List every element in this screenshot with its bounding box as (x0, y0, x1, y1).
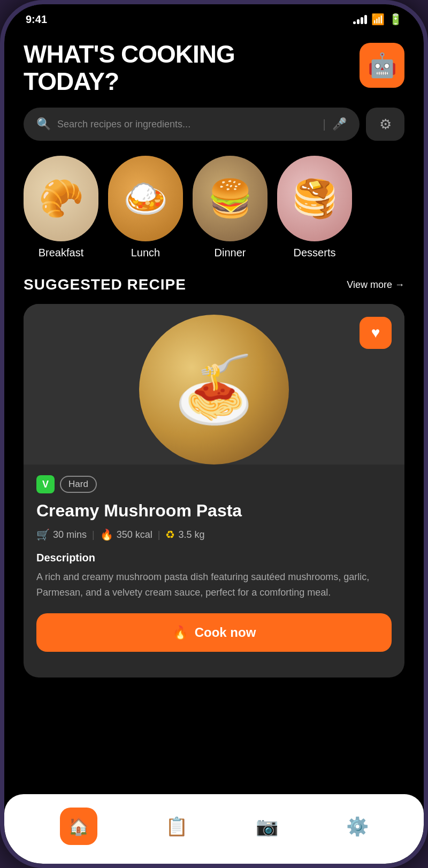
category-label-breakfast: Breakfast (39, 247, 83, 259)
main-content: WHAT'S COOKINGTODAY? 🤖 🔍 Search recipes … (4, 30, 424, 820)
time-icon: 🛒 (36, 528, 50, 541)
meta-sep-2: | (158, 529, 160, 540)
recipe-name: Creamy Mushroom Pasta (36, 501, 392, 521)
vegetarian-badge: V (36, 475, 55, 493)
settings-icon: ⚙️ (346, 816, 369, 837)
filter-icon: ⚙ (379, 116, 392, 133)
time-value: 30 mins (53, 529, 87, 540)
co2-value: 3.5 kg (178, 529, 204, 540)
search-bar[interactable]: 🔍 Search recipes or ingredients... | 🎤 (24, 108, 360, 141)
category-label-lunch: Lunch (131, 247, 160, 259)
description-title: Description (36, 552, 392, 564)
pasta-visual: 🍝 (139, 315, 289, 465)
category-lunch[interactable]: 🍛 Lunch (108, 156, 183, 259)
header: WHAT'S COOKINGTODAY? 🤖 (24, 30, 404, 108)
meta-sep-1: | (92, 529, 95, 540)
status-icons: 📶 🔋 (353, 13, 402, 26)
recipe-image: 🍝 (139, 315, 289, 465)
recipe-image-container: 🍝 ♥ (24, 304, 404, 465)
categories-row: 🥐 Breakfast 🍛 Lunch 🍔 Dinner (24, 156, 404, 259)
category-label-desserts: Desserts (294, 247, 336, 259)
nav-camera[interactable]: 📷 (251, 811, 282, 841)
search-divider: | (323, 117, 326, 131)
desserts-visual: 🥞 (277, 156, 352, 241)
time-meta: 🛒 30 mins (36, 528, 87, 541)
page-title: WHAT'S COOKINGTODAY? (24, 41, 351, 95)
recipe-card: 🍝 ♥ V Hard Creamy Mushroom Pasta 🛒 (24, 304, 404, 677)
notch (171, 4, 257, 25)
category-desserts[interactable]: 🥞 Desserts (277, 156, 352, 259)
robot-avatar[interactable]: 🤖 (360, 43, 404, 88)
filter-button[interactable]: ⚙ (366, 108, 404, 141)
battery-icon: 🔋 (389, 13, 402, 26)
heart-icon: ♥ (371, 324, 380, 341)
nav-recipes[interactable]: 📋 (161, 811, 192, 841)
view-more-button[interactable]: View more → (347, 279, 404, 291)
category-label-dinner: Dinner (215, 247, 246, 259)
camera-icon: 📷 (256, 816, 278, 837)
calories-value: 350 kcal (117, 529, 152, 540)
phone-screen: 9:41 📶 🔋 WHAT'S COOKINGTODAY? 🤖 (4, 4, 424, 864)
category-img-desserts: 🥞 (277, 156, 352, 241)
cook-now-button[interactable]: 🔥 Cook now (36, 613, 392, 652)
signal-icon (353, 15, 367, 24)
category-img-lunch: 🍛 (108, 156, 183, 241)
mic-icon[interactable]: 🎤 (332, 117, 347, 131)
nav-home-icon: 🏠 (60, 808, 97, 845)
difficulty-badge: Hard (60, 476, 97, 493)
search-row: 🔍 Search recipes or ingredients... | 🎤 ⚙ (24, 108, 404, 141)
category-breakfast[interactable]: 🥐 Breakfast (24, 156, 98, 259)
lunch-visual: 🍛 (108, 156, 183, 241)
nav-home[interactable]: 🏠 (56, 803, 102, 849)
favorite-button[interactable]: ♥ (360, 317, 392, 349)
status-time: 9:41 (26, 13, 47, 26)
cook-flame-icon: 🔥 (172, 625, 188, 640)
section-title: SUGGESTED RECIPE (24, 276, 186, 293)
search-icon: 🔍 (36, 117, 51, 131)
dinner-visual: 🍔 (193, 156, 268, 241)
category-img-dinner: 🍔 (193, 156, 268, 241)
wifi-icon: 📶 (371, 13, 385, 26)
co2-meta: ♻ 3.5 kg (165, 528, 204, 541)
category-dinner[interactable]: 🍔 Dinner (193, 156, 268, 259)
phone-frame: 9:41 📶 🔋 WHAT'S COOKINGTODAY? 🤖 (0, 0, 428, 868)
calories-meta: 🔥 350 kcal (100, 528, 152, 541)
description-text: A rich and creamy mushroom pasta dish fe… (36, 569, 392, 600)
search-input[interactable]: Search recipes or ingredients... (57, 119, 316, 130)
bottom-navigation: 🏠 📋 📷 ⚙️ (4, 794, 424, 864)
recipe-badges: V Hard (36, 475, 392, 493)
cook-btn-label: Cook now (195, 625, 256, 640)
robot-icon: 🤖 (368, 51, 397, 79)
calories-icon: 🔥 (100, 528, 113, 541)
recipe-info: V Hard Creamy Mushroom Pasta 🛒 30 mins |… (24, 465, 404, 613)
nav-settings[interactable]: ⚙️ (342, 811, 373, 841)
breakfast-visual: 🥐 (24, 156, 98, 241)
co2-icon: ♻ (165, 528, 175, 541)
recipes-icon: 📋 (165, 816, 188, 837)
section-header: SUGGESTED RECIPE View more → (24, 276, 404, 293)
home-icon: 🏠 (68, 816, 89, 836)
recipe-meta: 🛒 30 mins | 🔥 350 kcal | ♻ 3.5 kg (36, 528, 392, 541)
category-img-breakfast: 🥐 (24, 156, 98, 241)
